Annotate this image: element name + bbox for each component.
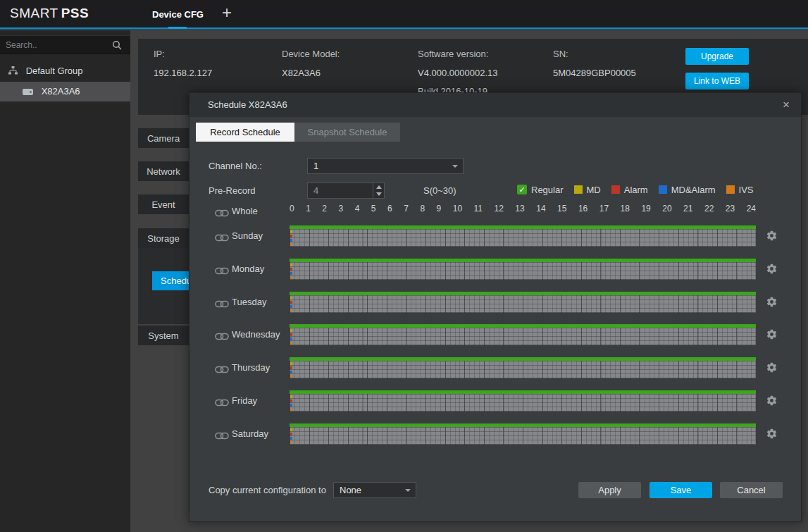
md-alarm-mark bbox=[290, 371, 292, 373]
device-icon bbox=[23, 82, 33, 102]
link-icon[interactable] bbox=[215, 330, 229, 343]
day-label: Friday bbox=[232, 390, 257, 412]
link-to-web-button[interactable]: Link to WEB bbox=[685, 73, 749, 89]
alarm-mark bbox=[290, 433, 292, 435]
gear-icon[interactable] bbox=[766, 428, 778, 443]
md-alarm-mark bbox=[290, 272, 292, 275]
timeline-bar-friday[interactable] bbox=[290, 390, 756, 412]
timeline-bar-saturday[interactable] bbox=[290, 423, 756, 445]
regular-record-band bbox=[290, 259, 756, 262]
alarm-mark bbox=[290, 235, 292, 237]
hour-label: 19 bbox=[641, 204, 650, 214]
menu-network[interactable]: Network bbox=[138, 161, 189, 181]
copy-config-select[interactable]: None bbox=[333, 482, 416, 498]
cancel-button[interactable]: Cancel bbox=[720, 482, 783, 498]
info-col-sn: SN: 5M04289GBP00005 bbox=[553, 49, 636, 78]
timeline-bar-wednesday[interactable] bbox=[290, 324, 756, 345]
schedule-row-friday: Friday bbox=[189, 390, 802, 412]
info-label: Software version: bbox=[418, 49, 498, 59]
menu-event[interactable]: Event bbox=[138, 194, 189, 214]
hour-label: 24 bbox=[747, 204, 756, 214]
brand-smart: SMART bbox=[10, 6, 58, 20]
chevron-down-icon bbox=[405, 489, 411, 492]
search-input[interactable] bbox=[6, 38, 104, 52]
hour-label: 13 bbox=[515, 204, 524, 214]
hour-label: 14 bbox=[536, 204, 545, 214]
apply-button[interactable]: Apply bbox=[578, 482, 641, 498]
copy-config-value: None bbox=[340, 485, 361, 495]
timeline-bar-sunday[interactable] bbox=[290, 225, 756, 247]
tab-device-cfg-label: Device CFG bbox=[152, 9, 204, 20]
gear-icon[interactable] bbox=[766, 395, 778, 409]
app-logo: SMARTPSS bbox=[10, 6, 89, 21]
hour-label: 21 bbox=[683, 204, 692, 214]
hour-label: 4 bbox=[355, 204, 360, 214]
day-label: Tuesday bbox=[232, 292, 266, 313]
ivs-mark bbox=[290, 342, 292, 345]
regular-record-band bbox=[290, 357, 756, 361]
md-alarm-mark bbox=[290, 338, 292, 340]
md-mark bbox=[290, 297, 292, 299]
hour-label: 11 bbox=[474, 204, 483, 214]
alarm-mark bbox=[290, 268, 292, 271]
gear-icon[interactable] bbox=[766, 230, 778, 245]
upgrade-button[interactable]: Upgrade bbox=[685, 48, 749, 65]
md-mark bbox=[290, 395, 292, 398]
md-mark bbox=[290, 362, 292, 365]
gear-icon[interactable] bbox=[766, 361, 778, 376]
schedule-row-wednesday: Wednesday bbox=[189, 324, 802, 345]
regular-record-band bbox=[290, 225, 756, 229]
regular-record-band bbox=[290, 390, 756, 394]
search-icon[interactable] bbox=[112, 40, 122, 53]
gear-icon[interactable] bbox=[766, 263, 778, 278]
link-icon[interactable] bbox=[215, 232, 229, 245]
ivs-mark bbox=[290, 243, 292, 246]
tree-item-default-group[interactable]: Default Group bbox=[0, 62, 130, 80]
menu-storage[interactable]: Storage bbox=[138, 228, 189, 248]
schedule-row-sunday: Sunday bbox=[189, 225, 802, 247]
hour-label: 3 bbox=[339, 204, 344, 214]
save-button[interactable]: Save bbox=[649, 482, 712, 498]
timeline-bar-thursday[interactable] bbox=[290, 357, 756, 378]
hour-label: 16 bbox=[578, 204, 588, 214]
brand-pss: PSS bbox=[61, 6, 89, 20]
search-box bbox=[0, 35, 130, 54]
hour-label: 7 bbox=[404, 204, 409, 214]
link-icon[interactable] bbox=[215, 430, 229, 443]
hour-label: 1 bbox=[306, 204, 311, 214]
gear-icon[interactable] bbox=[766, 296, 778, 311]
day-label: Thursday bbox=[232, 357, 270, 378]
link-icon[interactable] bbox=[215, 298, 229, 311]
info-value: X82A3A6 bbox=[282, 68, 340, 78]
ivs-mark bbox=[290, 375, 292, 378]
hour-label: 10 bbox=[453, 204, 462, 214]
gear-icon[interactable] bbox=[766, 328, 778, 343]
info-label: IP: bbox=[154, 49, 212, 59]
hour-label: 17 bbox=[599, 204, 609, 214]
menu-system[interactable]: System bbox=[138, 326, 189, 345]
add-tab-button[interactable]: + bbox=[222, 3, 232, 23]
ivs-mark bbox=[290, 441, 292, 444]
schedule-row-saturday: Saturday bbox=[189, 423, 802, 445]
day-label: Saturday bbox=[232, 423, 268, 445]
info-col-model: Device Model: X82A3A6 bbox=[282, 49, 340, 78]
tab-device-cfg[interactable]: Device CFG bbox=[149, 0, 206, 29]
info-value: 5M04289GBP00005 bbox=[553, 68, 636, 78]
timeline-bar-tuesday[interactable] bbox=[290, 292, 756, 313]
link-icon[interactable] bbox=[215, 364, 229, 376]
md-alarm-mark bbox=[290, 437, 292, 440]
menu-camera[interactable]: Camera bbox=[138, 128, 189, 148]
hour-label: 20 bbox=[662, 204, 671, 214]
info-value: 192.168.2.127 bbox=[154, 68, 212, 78]
link-icon[interactable] bbox=[215, 207, 229, 220]
link-icon[interactable] bbox=[215, 397, 229, 409]
hour-label: 9 bbox=[437, 204, 442, 214]
tree-item-device-selected[interactable]: X82A3A6 bbox=[0, 82, 130, 101]
link-icon[interactable] bbox=[215, 265, 229, 278]
hour-label: 2 bbox=[322, 204, 327, 214]
timeline-bar-monday[interactable] bbox=[290, 259, 756, 280]
ivs-mark bbox=[290, 408, 292, 411]
schedule-dialog: Schedule X82A3A6 × Record Schedule Snaps… bbox=[189, 92, 802, 522]
schedule-row-thursday: Thursday bbox=[189, 357, 802, 378]
hour-label: 5 bbox=[371, 204, 376, 214]
